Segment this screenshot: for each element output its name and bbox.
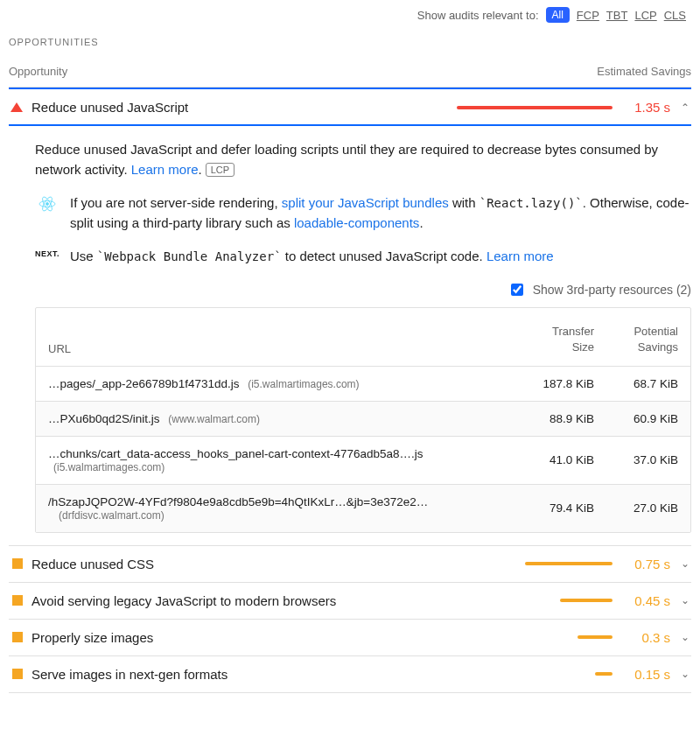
show-3rd-party-checkbox[interactable] bbox=[511, 284, 523, 296]
filter-cls[interactable]: CLS bbox=[664, 9, 686, 22]
warning-triangle-icon bbox=[10, 102, 23, 112]
chevron-down-icon: ⌄ bbox=[679, 668, 691, 680]
warning-square-icon bbox=[12, 669, 23, 679]
filter-lcp[interactable]: LCP bbox=[634, 9, 656, 22]
loadable-components-link[interactable]: loadable-components bbox=[294, 215, 419, 230]
warning-square-icon bbox=[12, 558, 23, 569]
audit-size-images: Properly size images 0.3 s ⌄ bbox=[9, 620, 691, 656]
show-3rd-party-label: Show 3rd-party resources (2) bbox=[533, 283, 691, 297]
savings-value: 0.75 s bbox=[621, 557, 670, 571]
col-savings: Estimated Savings bbox=[597, 65, 691, 78]
chevron-down-icon: ⌄ bbox=[679, 557, 691, 570]
svg-point-3 bbox=[46, 203, 49, 206]
filter-fcp[interactable]: FCP bbox=[577, 9, 599, 22]
savings-bar bbox=[578, 635, 612, 639]
column-header: Opportunity Estimated Savings bbox=[9, 61, 691, 88]
chevron-up-icon: ⌃ bbox=[679, 102, 691, 114]
resources-table: URL Transfer Size Potential Savings …pag… bbox=[35, 307, 691, 533]
audit-title: Serve images in next-gen formats bbox=[32, 667, 446, 682]
lcp-chip: LCP bbox=[206, 163, 234, 177]
table-header: URL Transfer Size Potential Savings bbox=[36, 308, 690, 366]
learn-more-link[interactable]: Learn more bbox=[131, 162, 199, 177]
th-potential: Potential Savings bbox=[603, 324, 678, 355]
audit-header[interactable]: Reduce unused CSS 0.75 s ⌄ bbox=[9, 546, 691, 582]
react-note: If you are not server-side rendering, sp… bbox=[35, 193, 691, 233]
show-3rd-party-toggle: Show 3rd-party resources (2) bbox=[35, 281, 691, 298]
filter-all-badge[interactable]: All bbox=[546, 7, 570, 23]
savings-value: 1.35 s bbox=[621, 100, 670, 115]
audit-header[interactable]: Reduce unused JavaScript 1.35 s ⌃ bbox=[9, 89, 691, 125]
th-url: URL bbox=[48, 342, 510, 355]
audit-reduce-unused-css: Reduce unused CSS 0.75 s ⌄ bbox=[9, 546, 691, 583]
table-row: …pages/_app-2e66789b1f4731dd.js (i5.walm… bbox=[36, 366, 690, 401]
section-title: OPPORTUNITIES bbox=[9, 37, 691, 47]
next-note: NEXT. Use `Webpack Bundle Analyzer` to d… bbox=[35, 247, 691, 267]
filter-label: Show audits relevant to: bbox=[417, 9, 539, 22]
split-bundles-link[interactable]: split your JavaScript bundles bbox=[282, 195, 449, 210]
audit-nextgen-images: Serve images in next-gen formats 0.15 s … bbox=[9, 656, 691, 693]
savings-bar bbox=[560, 599, 612, 602]
audit-description: Reduce unused JavaScript and defer loadi… bbox=[35, 140, 691, 179]
audit-legacy-js: Avoid serving legacy JavaScript to moder… bbox=[9, 583, 691, 620]
chevron-down-icon: ⌄ bbox=[679, 594, 691, 606]
audit-title: Properly size images bbox=[32, 630, 446, 645]
chevron-down-icon: ⌄ bbox=[679, 631, 691, 643]
savings-bar bbox=[457, 106, 612, 109]
col-opportunity: Opportunity bbox=[9, 65, 67, 78]
audit-header[interactable]: Avoid serving legacy JavaScript to moder… bbox=[9, 583, 691, 619]
audit-reduce-unused-js: Reduce unused JavaScript 1.35 s ⌃ Reduce… bbox=[9, 88, 691, 546]
table-row: …PXu6b0qd2S/init.js (www.walmart.com) 88… bbox=[36, 401, 690, 436]
audit-header[interactable]: Properly size images 0.3 s ⌄ bbox=[9, 620, 691, 655]
savings-value: 0.3 s bbox=[621, 630, 670, 645]
savings-value: 0.15 s bbox=[621, 667, 670, 682]
savings-bar bbox=[595, 672, 612, 676]
audit-title: Reduce unused JavaScript bbox=[32, 100, 446, 115]
warning-square-icon bbox=[12, 632, 23, 642]
next-learn-more-link[interactable]: Learn more bbox=[486, 249, 554, 263]
savings-value: 0.45 s bbox=[621, 593, 670, 608]
th-transfer: Transfer Size bbox=[519, 324, 594, 355]
filter-tbt[interactable]: TBT bbox=[606, 9, 628, 22]
audit-title: Avoid serving legacy JavaScript to moder… bbox=[32, 593, 446, 608]
filter-bar: Show audits relevant to: All FCP TBT LCP… bbox=[9, 0, 691, 28]
table-row: …chunks/cart_data-access_hooks_panel-car… bbox=[36, 436, 690, 484]
nextjs-icon: NEXT. bbox=[35, 247, 60, 267]
audit-title: Reduce unused CSS bbox=[32, 557, 446, 571]
table-row: /hSzapJQPO2W-4YFd?f9804e9a8cdb5e9b=4hQtI… bbox=[36, 484, 690, 532]
savings-bar-wrap bbox=[455, 106, 612, 109]
warning-square-icon bbox=[12, 595, 23, 606]
audit-header[interactable]: Serve images in next-gen formats 0.15 s … bbox=[9, 656, 691, 692]
savings-bar bbox=[525, 562, 612, 565]
react-icon bbox=[35, 193, 60, 233]
audit-body: Reduce unused JavaScript and defer loadi… bbox=[9, 124, 691, 545]
